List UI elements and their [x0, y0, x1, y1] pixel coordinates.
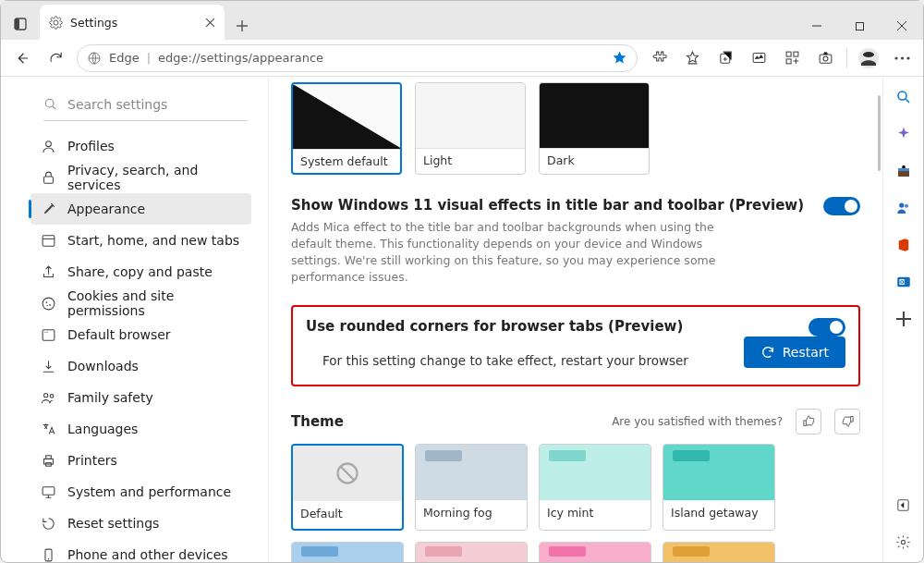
lock-icon	[40, 169, 56, 186]
visual-effects-desc: Adds Mica effect to the title bar and to…	[291, 219, 753, 287]
sidebar-item-privacy[interactable]: Privacy, search, and services	[30, 162, 251, 193]
settings-main: System default Light Dark Show Windows 1…	[269, 77, 882, 562]
sidebar-outlook-icon[interactable]: O	[893, 271, 915, 293]
sidebar-item-phone[interactable]: Phone and other devices	[30, 539, 251, 562]
svg-rect-1	[15, 18, 19, 30]
theme-card[interactable]: Island getaway	[663, 444, 775, 531]
theme-card[interactable]	[663, 542, 775, 563]
svg-point-34	[47, 558, 48, 559]
theme-card[interactable]: Morning fog	[415, 444, 528, 531]
svg-rect-9	[820, 55, 832, 63]
theme-card[interactable]	[415, 542, 528, 563]
sidebar-item-profiles[interactable]: Profiles	[30, 130, 251, 162]
performance-icon[interactable]	[743, 43, 774, 74]
sidebar-item-system[interactable]: System and performance	[30, 476, 251, 508]
svg-point-20	[43, 298, 55, 310]
profile-avatar[interactable]	[853, 43, 884, 74]
apps-icon[interactable]	[776, 43, 808, 74]
sidebar-item-default-browser[interactable]: Default browser	[30, 319, 251, 350]
browser-icon	[40, 326, 56, 343]
sidebar-item-downloads[interactable]: Downloads	[30, 350, 251, 382]
back-button[interactable]	[6, 43, 38, 74]
settings-sidebar: Search settings Profiles Privacy, search…	[1, 77, 269, 562]
favorite-star-icon[interactable]	[612, 50, 627, 66]
thumbs-up-button[interactable]	[796, 409, 821, 434]
sidebar-item-appearance[interactable]: Appearance	[30, 193, 251, 225]
search-input[interactable]: Search settings	[43, 88, 248, 121]
close-tab-icon[interactable]	[205, 18, 215, 28]
svg-rect-19	[43, 235, 55, 245]
theme-card[interactable]: Default	[291, 444, 404, 531]
sidebar-office-icon[interactable]	[893, 234, 915, 256]
svg-point-10	[823, 56, 828, 61]
restart-button[interactable]: Restart	[744, 337, 845, 368]
svg-point-42	[899, 202, 904, 207]
site-identity-icon	[87, 51, 102, 66]
sidebar-item-languages[interactable]: Languages	[30, 413, 251, 445]
close-window-button[interactable]	[881, 12, 923, 40]
scrollbar-thumb[interactable]	[878, 95, 881, 171]
download-icon	[40, 358, 56, 374]
mode-light[interactable]: Light	[415, 82, 526, 175]
svg-rect-24	[43, 329, 55, 339]
sidebar-item-share[interactable]: Share, copy and paste	[30, 256, 251, 288]
theme-section-title: Theme	[291, 413, 344, 430]
extensions-icon[interactable]	[643, 43, 675, 74]
sidebar-add-icon[interactable]	[893, 308, 915, 330]
printer-icon	[40, 452, 56, 469]
visual-effects-title: Show Windows 11 visual effects in title …	[291, 197, 804, 214]
svg-rect-18	[43, 177, 53, 183]
sidebar-sparkle-icon[interactable]	[893, 123, 915, 145]
minimize-button[interactable]	[796, 12, 838, 40]
phone-icon	[40, 546, 56, 562]
screenshot-icon[interactable]	[809, 43, 841, 74]
tab-title: Settings	[70, 16, 117, 30]
sidebar-search-icon[interactable]	[893, 86, 915, 108]
svg-point-22	[49, 304, 51, 306]
sidebar-item-printers[interactable]: Printers	[30, 445, 251, 476]
svg-rect-2	[856, 22, 863, 30]
reset-icon	[40, 515, 56, 532]
tab-actions-button[interactable]	[5, 8, 36, 40]
maximize-button[interactable]	[838, 12, 881, 40]
svg-point-13	[894, 56, 897, 59]
sidebar-shopping-icon[interactable]	[893, 160, 915, 182]
visual-effects-toggle[interactable]	[823, 197, 860, 215]
theme-card[interactable]: Icy mint	[539, 444, 651, 531]
svg-point-16	[45, 99, 54, 107]
thumbs-down-button[interactable]	[834, 409, 860, 434]
svg-rect-6	[786, 52, 791, 56]
refresh-button[interactable]	[40, 43, 71, 74]
svg-point-27	[43, 393, 47, 397]
mode-dark[interactable]: Dark	[539, 82, 650, 175]
address-host: Edge	[109, 51, 140, 65]
sidebar-people-icon[interactable]	[893, 197, 915, 219]
sidebar-item-reset[interactable]: Reset settings	[30, 508, 251, 539]
address-bar[interactable]: Edge | edge://settings/appearance	[77, 44, 638, 72]
new-tab-button[interactable]	[228, 12, 256, 40]
share-icon	[40, 263, 56, 280]
svg-text:O: O	[899, 279, 904, 285]
svg-rect-8	[786, 59, 791, 64]
theme-card[interactable]	[539, 542, 651, 563]
gear-icon	[49, 16, 63, 30]
settings-menu-button[interactable]	[886, 43, 918, 74]
sidebar-item-cookies[interactable]: Cookies and site permissions	[30, 288, 251, 319]
theme-card[interactable]	[291, 542, 404, 563]
svg-rect-30	[45, 455, 51, 459]
svg-point-23	[46, 304, 47, 305]
favorites-icon[interactable]	[676, 43, 708, 74]
address-path: edge://settings/appearance	[158, 51, 323, 65]
sidebar-collapse-icon[interactable]	[893, 494, 915, 516]
browser-tab[interactable]: Settings	[40, 5, 225, 40]
sidebar-settings-icon[interactable]	[893, 531, 915, 553]
svg-rect-32	[43, 486, 55, 495]
rounded-toggle[interactable]	[808, 318, 845, 337]
window-icon	[40, 232, 56, 249]
sidebar-item-start[interactable]: Start, home, and new tabs	[30, 225, 251, 256]
svg-point-25	[44, 331, 45, 332]
svg-point-12	[863, 52, 874, 57]
sidebar-item-family[interactable]: Family safety	[30, 382, 251, 413]
collections-icon[interactable]	[710, 43, 741, 74]
mode-system-default[interactable]: System default	[291, 82, 402, 175]
